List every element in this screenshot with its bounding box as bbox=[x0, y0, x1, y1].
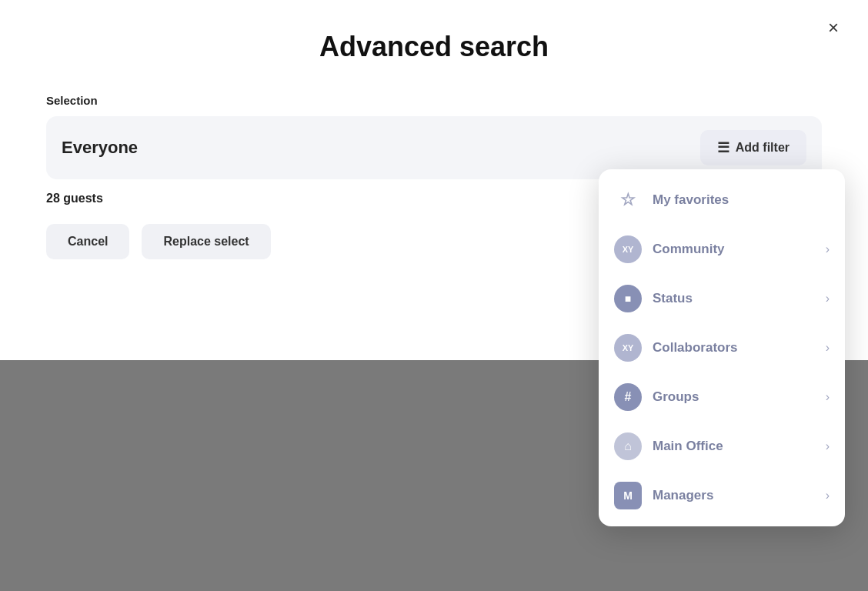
main-office-label: Main Office bbox=[653, 439, 815, 454]
dropdown-item-community[interactable]: XYCommunity› bbox=[599, 225, 845, 274]
add-filter-button[interactable]: ☰ Add filter bbox=[700, 130, 806, 165]
my-favorites-icon: ☆ bbox=[614, 186, 642, 214]
groups-label: Groups bbox=[653, 389, 815, 405]
selection-label: Selection bbox=[46, 94, 822, 107]
managers-label: Managers bbox=[653, 488, 815, 503]
collaborators-label: Collaborators bbox=[653, 340, 815, 356]
community-label: Community bbox=[653, 242, 815, 257]
status-icon: ■ bbox=[614, 285, 642, 312]
main-office-icon: ⌂ bbox=[614, 432, 642, 460]
dropdown-item-main-office[interactable]: ⌂Main Office› bbox=[599, 422, 845, 471]
community-chevron-icon: › bbox=[826, 242, 830, 256]
collaborators-icon: XY bbox=[614, 334, 642, 362]
status-chevron-icon: › bbox=[826, 292, 830, 306]
status-label: Status bbox=[653, 291, 815, 306]
filter-icon: ☰ bbox=[717, 139, 729, 156]
main-office-chevron-icon: › bbox=[826, 439, 830, 453]
community-icon: XY bbox=[614, 235, 642, 263]
dropdown-item-my-favorites[interactable]: ☆My favorites bbox=[599, 175, 845, 225]
dropdown-item-status[interactable]: ■Status› bbox=[599, 274, 845, 323]
collaborators-chevron-icon: › bbox=[826, 341, 830, 355]
add-filter-label: Add filter bbox=[736, 141, 790, 155]
filter-bar-text: Everyone bbox=[62, 138, 700, 158]
groups-icon: # bbox=[614, 383, 642, 411]
filter-dropdown: ☆My favoritesXYCommunity›■Status›XYColla… bbox=[599, 169, 845, 526]
dropdown-item-groups[interactable]: #Groups› bbox=[599, 372, 845, 422]
dropdown-item-collaborators[interactable]: XYCollaborators› bbox=[599, 323, 845, 372]
modal-title: Advanced search bbox=[46, 31, 822, 63]
managers-icon: M bbox=[614, 482, 642, 509]
cancel-button[interactable]: Cancel bbox=[46, 224, 129, 259]
close-button[interactable]: × bbox=[822, 15, 845, 40]
replace-selection-button[interactable]: Replace select bbox=[142, 224, 270, 259]
my-favorites-label: My favorites bbox=[653, 192, 830, 208]
managers-chevron-icon: › bbox=[826, 489, 830, 503]
dropdown-item-managers[interactable]: MManagers› bbox=[599, 471, 845, 520]
groups-chevron-icon: › bbox=[826, 390, 830, 404]
